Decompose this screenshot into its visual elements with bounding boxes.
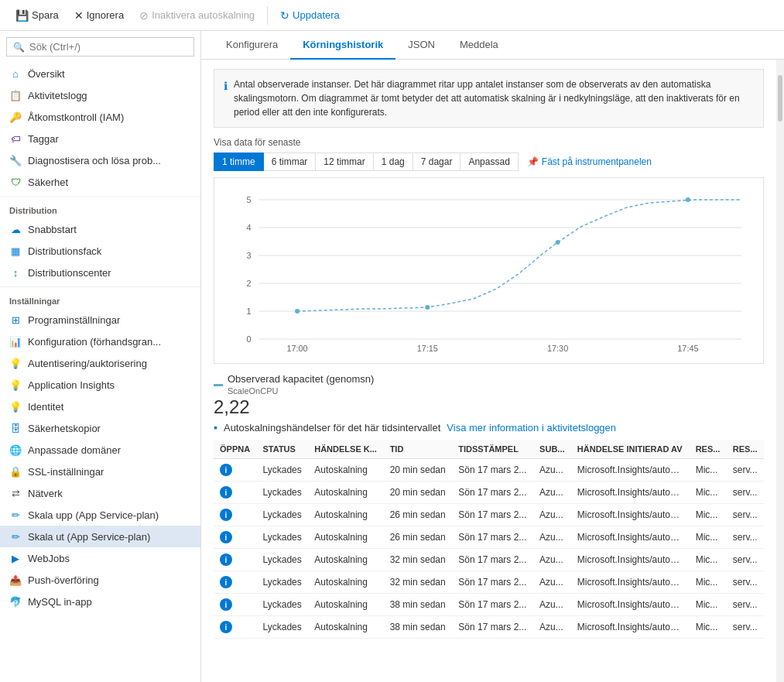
sidebar: 🔍 ⌂ Översikt 📋 Aktivitetslogg 🔑 Åtkomstk… — [0, 31, 201, 682]
sidebar-item-atkomstkontroll[interactable]: 🔑 Åtkomstkontroll (IAM) — [0, 106, 200, 128]
events-activity-link[interactable]: Visa mer information i aktivitetsloggen — [447, 422, 616, 434]
sidebar-item-natverk[interactable]: ⇄ Nätverk — [0, 482, 200, 504]
sidebar-item-sakerhetskopiering[interactable]: 🗄 Säkerhetskopior — [0, 417, 200, 439]
cell-status: Lyckades — [257, 526, 309, 549]
table-row: i Lyckades Autoskalning 26 min sedan Sön… — [214, 526, 764, 549]
sidebar-item-distributionsfack[interactable]: ▦ Distributionsfack — [0, 240, 200, 262]
tab-bar: Konfigurera Körningshistorik JSON Meddel… — [201, 31, 784, 60]
sidebar-item-oversikt[interactable]: ⌂ Översikt — [0, 63, 200, 84]
sidebar-item-distributionscenter[interactable]: ↕ Distributionscenter — [0, 262, 200, 283]
status-badge: Lyckades — [263, 577, 302, 588]
status-badge: Lyckades — [263, 487, 302, 498]
sidebar-item-label: Snabbstart — [28, 224, 77, 235]
cell-res1: Mic... — [690, 526, 727, 549]
svg-text:0: 0 — [247, 334, 252, 344]
cell-status: Lyckades — [257, 459, 309, 482]
cell-time: 20 min sedan — [384, 482, 453, 504]
cell-res2: serv... — [727, 549, 764, 571]
info-circle-icon[interactable]: i — [220, 553, 232, 566]
search-icon: 🔍 — [13, 42, 25, 53]
cell-event: Autoskalning — [308, 616, 383, 639]
sidebar-item-identitet[interactable]: 💡 Identitet — [0, 396, 200, 417]
search-input[interactable] — [29, 41, 187, 53]
sidebar-item-label: Autentisering/auktorisering — [28, 358, 147, 369]
barchart-icon: 📊 — [9, 335, 22, 348]
sidebar-item-ssl-installningar[interactable]: 🔒 SSL-inställningar — [0, 461, 200, 482]
cell-time: 26 min sedan — [384, 526, 453, 549]
save-label: Spara — [32, 9, 59, 21]
pin-button[interactable]: 📌 Fäst på instrumentpanelen — [527, 156, 652, 167]
scroll-thumb[interactable] — [778, 75, 782, 122]
events-table: ÖPPNA STATUS HÄNDELSE K... TID TIDSSTÄMP… — [214, 440, 764, 639]
sidebar-item-mysql[interactable]: 🐬 MySQL in-app — [0, 591, 200, 612]
sidebar-item-label: Översikt — [28, 68, 65, 80]
status-badge: Lyckades — [263, 622, 302, 632]
status-badge: Lyckades — [263, 532, 302, 543]
info-icon: ℹ — [224, 78, 228, 119]
tab-korningshistorik[interactable]: Körningshistorik — [290, 31, 395, 60]
tag-icon: 🏷 — [9, 132, 22, 145]
sidebar-item-label: Distributionsfack — [28, 245, 101, 257]
cell-open: i — [214, 571, 257, 594]
update-button[interactable]: ↻ Uppdatera — [274, 6, 346, 25]
sidebar-item-label: Konfiguration (förhandsgran... — [28, 336, 161, 348]
main-layout: 🔍 ⌂ Översikt 📋 Aktivitetslogg 🔑 Åtkomstk… — [0, 31, 784, 682]
time-btn-7d[interactable]: 7 dagar — [413, 153, 461, 171]
sidebar-item-application-insights[interactable]: 💡 Application Insights — [0, 374, 200, 396]
sidebar-item-taggar[interactable]: 🏷 Taggar — [0, 128, 200, 149]
time-btn-1d[interactable]: 1 dag — [373, 153, 413, 171]
database-icon: 🗄 — [9, 422, 22, 434]
sidebar-item-aktivitetslogg[interactable]: 📋 Aktivitetslogg — [0, 84, 200, 106]
time-btn-6h[interactable]: 6 timmar — [263, 153, 317, 171]
cell-sub: Azu... — [533, 549, 571, 571]
sidebar-item-skala-upp[interactable]: ✏ Skala upp (App Service-plan) — [0, 504, 200, 526]
time-btn-12h[interactable]: 12 timmar — [315, 153, 373, 171]
col-res2: RES... — [727, 440, 764, 459]
cell-timestamp: Sön 17 mars 2... — [452, 594, 533, 616]
sidebar-item-snabbstart[interactable]: ☁ Snabbstart — [0, 218, 200, 240]
info-circle-icon[interactable]: i — [220, 464, 232, 476]
info-circle-icon[interactable]: i — [220, 598, 232, 611]
events-title: Autoskalningshändelser för det här tidsi… — [224, 422, 440, 434]
tab-konfigurera[interactable]: Konfigurera — [214, 31, 290, 60]
update-label: Uppdatera — [293, 9, 340, 21]
sidebar-item-autentisering[interactable]: 💡 Autentisering/auktorisering — [0, 352, 200, 374]
table-row: i Lyckades Autoskalning 20 min sedan Sön… — [214, 482, 764, 504]
info-circle-icon[interactable]: i — [220, 576, 232, 588]
cell-initiator: Microsoft.Insights/autoscale... — [571, 571, 690, 594]
deactivate-button[interactable]: ⊘ Inaktivera autoskalning — [133, 6, 261, 25]
vertical-scrollbar[interactable] — [776, 60, 784, 682]
sidebar-item-diagnostisera[interactable]: 🔧 Diagnostisera och lösa prob... — [0, 149, 200, 171]
cell-res2: serv... — [727, 504, 764, 526]
save-button[interactable]: 💾 Spara — [9, 6, 65, 25]
sidebar-item-konfiguration[interactable]: 📊 Konfiguration (förhandsgran... — [0, 331, 200, 352]
cell-time: 26 min sedan — [384, 504, 453, 526]
time-btn-1h[interactable]: 1 timme — [214, 153, 264, 171]
info-circle-icon[interactable]: i — [220, 531, 232, 543]
sidebar-item-anpassade-domaner[interactable]: 🌐 Anpassade domäner — [0, 439, 200, 461]
deactivate-label: Inaktivera autoskalning — [152, 9, 255, 21]
time-btn-custom[interactable]: Anpassad — [460, 153, 518, 171]
sidebar-item-label: Aktivitetslogg — [28, 90, 87, 101]
info-circle-icon[interactable]: i — [220, 621, 232, 633]
sidebar-item-webjobs[interactable]: ▶ WebJobs — [0, 547, 200, 569]
tab-json[interactable]: JSON — [395, 31, 447, 60]
tab-meddela[interactable]: Meddela — [447, 31, 511, 60]
deactivate-icon: ⊘ — [139, 9, 149, 22]
sidebar-item-skala-ut[interactable]: ✏ Skala ut (App Service-plan) — [0, 526, 200, 547]
pin-icon: 📌 — [527, 156, 539, 167]
search-box[interactable]: 🔍 — [6, 37, 194, 57]
chart-container: 5 4 3 2 1 0 17:00 17:15 17:30 17:45 — [214, 177, 764, 364]
sidebar-item-label: Åtkomstkontroll (IAM) — [28, 111, 124, 123]
ignore-button[interactable]: ✕ Ignorera — [68, 6, 130, 25]
sidebar-item-label: Skala ut (App Service-plan) — [28, 531, 150, 543]
sidebar-item-push-overforing[interactable]: 📤 Push-överföring — [0, 569, 200, 591]
sidebar-item-sakerhet[interactable]: 🛡 Säkerhet — [0, 171, 200, 193]
cell-event: Autoskalning — [308, 526, 383, 549]
info-circle-icon[interactable]: i — [220, 509, 232, 521]
sidebar-item-programinstallningar[interactable]: ⊞ Programinställningar — [0, 309, 200, 331]
toolbar-separator — [267, 6, 268, 25]
cell-timestamp: Sön 17 mars 2... — [452, 526, 533, 549]
sidebar-item-label: MySQL in-app — [28, 596, 92, 608]
info-circle-icon[interactable]: i — [220, 486, 232, 499]
